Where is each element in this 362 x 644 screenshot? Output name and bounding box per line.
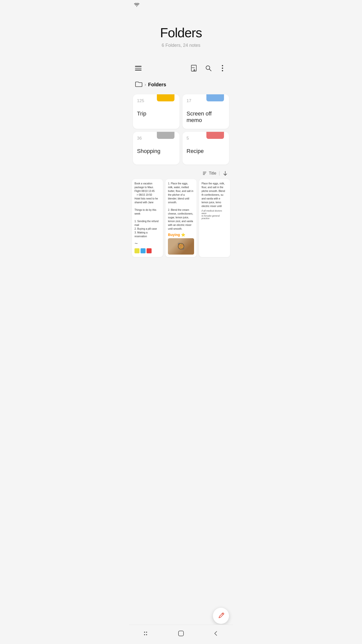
- folder-card-screen-off-memo[interactable]: 17 Screen off memo: [183, 94, 229, 129]
- folder-tab-red: [206, 132, 224, 139]
- breadcrumb: › Folders: [129, 76, 233, 92]
- pdf-add-button[interactable]: PDF: [190, 64, 199, 73]
- note-1-handwriting: ~: [134, 240, 160, 247]
- note-1-text: Book a vacation package to Maui. Flight …: [134, 182, 160, 238]
- hamburger-menu-button[interactable]: [134, 65, 143, 71]
- breadcrumb-label: Folders: [148, 82, 166, 88]
- page-title: Folders: [134, 25, 228, 40]
- sort-row: Title |: [129, 169, 233, 179]
- note-1-color-3: [147, 248, 152, 253]
- sort-direction-button[interactable]: [222, 171, 228, 176]
- notes-grid: Book a vacation package to Maui. Flight …: [129, 179, 233, 282]
- folder-tab-gray: [157, 132, 174, 139]
- svg-point-8: [222, 70, 223, 71]
- search-button[interactable]: [204, 64, 213, 73]
- folder-card-shopping[interactable]: 36 Shopping: [133, 132, 179, 165]
- folders-grid: 125 Trip 17 Screen off memo 36 Shopping …: [129, 92, 233, 169]
- folder-tab-blue: [206, 94, 224, 101]
- note-1-color-1: [134, 248, 140, 253]
- folder-shopping-name: Shopping: [137, 148, 175, 154]
- note-card-3[interactable]: Place the eggs, milk, flour, and salt in…: [199, 179, 230, 257]
- svg-rect-16: [144, 634, 145, 635]
- svg-rect-17: [146, 634, 147, 635]
- folder-trip-name: Trip: [137, 110, 175, 117]
- hero-section: Folders 6 Folders, 24 notes: [129, 10, 233, 58]
- sort-title-button[interactable]: Title: [203, 171, 216, 176]
- note-card-1[interactable]: Book a vacation package to Maui. Flight …: [132, 179, 163, 257]
- breadcrumb-chevron: ›: [145, 82, 146, 87]
- more-options-button[interactable]: [218, 64, 227, 73]
- toolbar: PDF: [129, 61, 233, 76]
- note-2-buying-label: Buying ⭐: [168, 233, 194, 237]
- folder-count-summary: 6 Folders, 24 notes: [134, 43, 228, 48]
- nav-back-button[interactable]: [207, 628, 224, 639]
- svg-rect-14: [144, 632, 145, 633]
- folder-recipe-name: Recipe: [187, 148, 225, 154]
- svg-line-5: [209, 69, 211, 71]
- svg-point-6: [222, 65, 223, 66]
- status-bar: [129, 0, 233, 10]
- sort-divider: |: [219, 171, 220, 176]
- folder-card-recipe[interactable]: 5 Recipe: [183, 132, 229, 165]
- note-1-color-2: [141, 248, 146, 253]
- svg-rect-15: [146, 632, 147, 633]
- sort-label: Title: [209, 171, 216, 176]
- svg-point-7: [222, 68, 223, 69]
- sort-icon: [203, 171, 207, 175]
- nav-menu-button[interactable]: [138, 628, 155, 639]
- wifi-icon: [134, 3, 140, 8]
- svg-text:PDF: PDF: [192, 67, 195, 68]
- fab-edit-button[interactable]: [213, 608, 229, 624]
- svg-rect-18: [178, 631, 184, 636]
- note-3-text: Place the eggs, milk, flour, and salt in…: [202, 182, 228, 208]
- note-card-2[interactable]: 1. Place the eggs, milk, water, melted b…: [165, 179, 196, 257]
- sort-direction-icon: [222, 171, 228, 176]
- nav-home-button[interactable]: [172, 628, 190, 639]
- note-2-text: 1. Place the eggs, milk, water, melted b…: [168, 182, 194, 231]
- folder-screen-off-memo-name: Screen off memo: [187, 110, 225, 124]
- nav-bar: [129, 625, 233, 644]
- folder-icon: [135, 81, 143, 88]
- note-2-food-image: 🥘: [168, 238, 194, 255]
- folder-tab-yellow: [157, 94, 174, 101]
- hamburger-icon: [135, 66, 142, 70]
- note-3-handwriting: if all medical doctors were to forsake g…: [202, 210, 228, 220]
- folder-card-trip[interactable]: 125 Trip: [133, 94, 179, 129]
